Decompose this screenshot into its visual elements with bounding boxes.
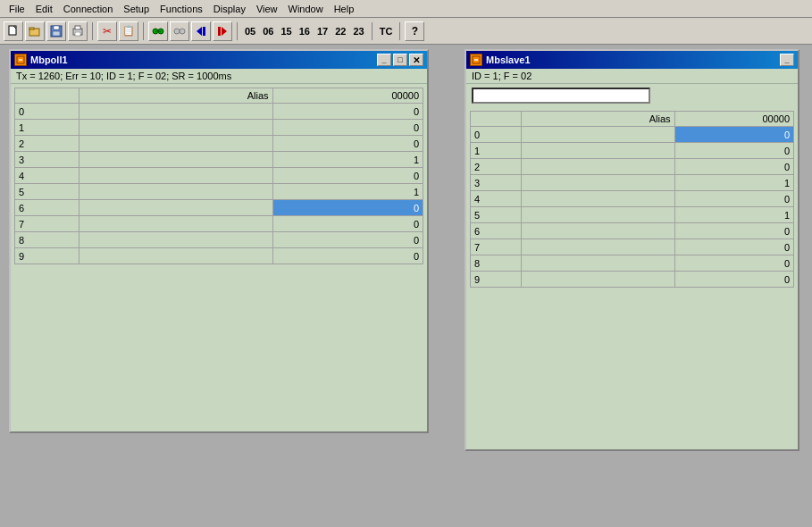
write-button[interactable]	[213, 21, 232, 41]
alias-cell	[522, 272, 674, 288]
desktop: Mbpoll1 _ □ ✕ Tx = 1260; Err = 10; ID = …	[0, 45, 812, 527]
menu-file[interactable]: File	[4, 2, 30, 16]
table-row[interactable]: 51	[471, 207, 794, 223]
mbpoll-minimize[interactable]: _	[377, 54, 391, 66]
mbslave-status: ID = 1; F = 02	[466, 69, 798, 84]
alias-cell	[80, 152, 272, 168]
mbpoll-title: Mbpoll1	[30, 54, 377, 65]
table-row[interactable]: 31	[471, 175, 794, 191]
menu-window[interactable]: Window	[283, 2, 329, 16]
mbpoll-table: Alias 00000 00102031405160708090	[14, 88, 423, 264]
menu-edit[interactable]: Edit	[30, 2, 58, 16]
value-cell[interactable]: 0	[272, 136, 423, 152]
value-cell[interactable]: 0	[272, 232, 423, 248]
value-cell[interactable]: 0	[272, 120, 423, 136]
value-cell[interactable]: 0	[674, 191, 793, 207]
alias-cell	[80, 168, 272, 184]
cut-button[interactable]: ✂	[97, 21, 117, 41]
table-row[interactable]: 51	[15, 184, 423, 200]
mbpoll-content: Alias 00000 00102031405160708090	[11, 84, 427, 268]
toolbar: ✂ 📋 05 06 15 16 17 22 23 TC ?	[0, 18, 812, 45]
table-row[interactable]: 60	[471, 223, 794, 239]
table-row[interactable]: 70	[15, 216, 423, 232]
value-cell[interactable]: 1	[272, 184, 423, 200]
mbslave-titlebar[interactable]: Mbslave1 _	[466, 51, 798, 69]
value-cell[interactable]: 1	[674, 175, 793, 191]
value-cell[interactable]: 0	[674, 239, 793, 255]
row-num-cell: 3	[15, 152, 80, 168]
mbslave-title: Mbslave1	[486, 54, 780, 65]
alias-cell	[522, 191, 674, 207]
row-num-cell: 9	[471, 272, 522, 288]
menu-setup[interactable]: Setup	[118, 2, 155, 16]
mbslave-minimize[interactable]: _	[780, 54, 794, 66]
mbpoll-maximize[interactable]: □	[393, 54, 407, 66]
open-button[interactable]	[25, 21, 45, 41]
table-row[interactable]: 20	[15, 136, 423, 152]
row-num-cell: 7	[15, 216, 80, 232]
value-cell[interactable]: 0	[272, 216, 423, 232]
table-row[interactable]: 60	[15, 200, 423, 216]
table-row[interactable]: 20	[471, 159, 794, 175]
row-num-cell: 1	[471, 143, 522, 159]
row-num-cell: 0	[471, 127, 522, 143]
disconnect-button[interactable]	[170, 21, 189, 41]
mbpoll-close[interactable]: ✕	[409, 54, 423, 66]
table-row[interactable]: 70	[471, 239, 794, 255]
toolbar-label-17: 17	[314, 26, 331, 37]
table-row[interactable]: 40	[15, 168, 423, 184]
paste-button[interactable]: 📋	[119, 21, 138, 41]
table-row[interactable]: 90	[471, 272, 794, 288]
table-row[interactable]: 80	[15, 232, 423, 248]
table-row[interactable]: 31	[15, 152, 423, 168]
alias-cell	[522, 159, 674, 175]
menu-connection[interactable]: Connection	[58, 2, 119, 16]
value-cell[interactable]: 1	[674, 207, 793, 223]
new-button[interactable]	[4, 21, 23, 41]
read-button[interactable]	[191, 21, 211, 41]
menu-display[interactable]: Display	[208, 2, 251, 16]
print-button[interactable]	[68, 21, 88, 41]
mbslave-input[interactable]	[472, 88, 650, 104]
value-cell[interactable]: 0	[272, 168, 423, 184]
mbslave-window: Mbslave1 _ ID = 1; F = 02 Alias 00000 00…	[465, 49, 799, 451]
menu-help[interactable]: Help	[329, 2, 360, 16]
value-cell[interactable]: 0	[674, 255, 793, 272]
slave-col-header-rownum	[471, 112, 522, 127]
col-header-value: 00000	[272, 88, 423, 104]
value-cell[interactable]: 0	[272, 200, 423, 216]
svg-marker-16	[222, 27, 227, 36]
table-row[interactable]: 00	[15, 104, 423, 120]
sep1	[92, 22, 93, 40]
help-button[interactable]: ?	[405, 21, 424, 41]
value-cell[interactable]: 0	[674, 143, 793, 159]
table-row[interactable]: 10	[15, 120, 423, 136]
mbpoll-status: Tx = 1260; Err = 10; ID = 1; F = 02; SR …	[11, 69, 427, 84]
mbslave-table: Alias 00000 00102031405160708090	[470, 111, 794, 288]
mbpoll-window: Mbpoll1 _ □ ✕ Tx = 1260; Err = 10; ID = …	[9, 49, 429, 433]
alias-cell	[522, 255, 674, 272]
slave-col-header-alias: Alias	[522, 112, 674, 127]
value-cell[interactable]: 0	[674, 223, 793, 239]
alias-cell	[80, 232, 272, 248]
value-cell[interactable]: 0	[272, 104, 423, 120]
row-num-cell: 0	[15, 104, 80, 120]
value-cell[interactable]: 0	[674, 272, 793, 288]
menu-view[interactable]: View	[251, 2, 283, 16]
table-row[interactable]: 40	[471, 191, 794, 207]
connect-button[interactable]	[148, 21, 168, 41]
mbpoll-titlebar[interactable]: Mbpoll1 _ □ ✕	[11, 51, 427, 69]
value-cell[interactable]: 1	[272, 152, 423, 168]
table-row[interactable]: 80	[471, 255, 794, 272]
alias-cell	[80, 104, 272, 120]
mbpoll-icon	[14, 54, 27, 66]
menu-functions[interactable]: Functions	[155, 2, 208, 16]
value-cell[interactable]: 0	[272, 248, 423, 264]
value-cell[interactable]: 0	[674, 159, 793, 175]
table-row[interactable]: 90	[15, 248, 423, 264]
table-row[interactable]: 10	[471, 143, 794, 159]
value-cell[interactable]: 0	[674, 127, 793, 143]
alias-cell	[80, 200, 272, 216]
save-button[interactable]	[46, 21, 66, 41]
table-row[interactable]: 00	[471, 127, 794, 143]
